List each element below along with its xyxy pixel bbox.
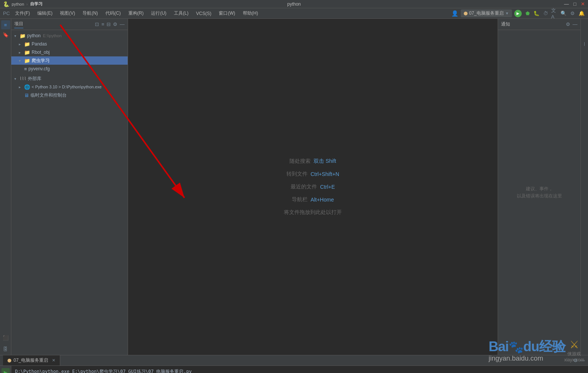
terminal-side-icon[interactable]: ⬛: [1, 333, 10, 342]
tree-label-pyvenv: pyvenv.cfg: [29, 66, 50, 71]
bottom-settings-icon[interactable]: ⚙: [573, 358, 578, 363]
close-button[interactable]: ✕: [581, 1, 585, 7]
bottom-minimize-icon[interactable]: —: [580, 358, 585, 363]
settings-icon[interactable]: ⚙: [569, 10, 576, 17]
tree-item-python-sdk[interactable]: ▸ 🌐 < Python 3.10 > D:\Python\python.exe: [11, 83, 128, 91]
run-config-selector[interactable]: 07_电脑服务重启 ▼: [461, 9, 512, 17]
sidebar: 项目 ⊡ ≡ ⊟ ⚙ — ▾ 📁 python E:\\python ▸ 📁: [11, 19, 128, 355]
tree-arrow-rbot: ▸: [19, 50, 24, 55]
tree-item-pandas[interactable]: ▸ 📁 Pandas: [11, 40, 128, 48]
search-toolbar-icon[interactable]: 🔍: [560, 10, 567, 17]
editor-area: 随处搜索 双击 Shift 转到文件 Ctrl+Shift+N 最近的文件 Ct…: [128, 19, 498, 355]
tree-label-crawler: 爬虫学习: [32, 58, 50, 64]
profile-icon[interactable]: ⏱: [542, 10, 549, 17]
breadcrumb-sep: ›: [26, 2, 28, 6]
project-icon[interactable]: ≡: [1, 20, 10, 29]
menu-vcs[interactable]: VCS(S): [194, 11, 214, 16]
toolbar-pc-icon: PC: [3, 11, 10, 16]
tree-item-pyvenv[interactable]: ▸ ≡ pyvenv.cfg: [11, 65, 128, 73]
menu-nav[interactable]: 导航(N): [80, 10, 100, 17]
hint-recent: 最近的文件 Ctrl+E: [291, 183, 335, 190]
run-button[interactable]: ▶: [514, 10, 522, 17]
tree-arrow-pandas: ▸: [19, 42, 24, 46]
translate-icon[interactable]: 文A: [551, 10, 558, 17]
tree-item-temp[interactable]: ▸ 🖥 临时文件和控制台: [11, 91, 128, 99]
database-icon[interactable]: 🗄: [1, 344, 10, 353]
sidebar-expand-icon[interactable]: ≡: [101, 21, 104, 27]
window-title: python: [287, 2, 301, 7]
minimize-button[interactable]: —: [564, 1, 569, 7]
run-play-icon[interactable]: ▶: [2, 368, 10, 373]
right-panel-minimize-icon[interactable]: —: [573, 21, 577, 27]
tree-label-pandas: Pandas: [32, 41, 47, 47]
sidebar-collapse-icon[interactable]: ⊟: [107, 21, 111, 27]
tree-item-root[interactable]: ▾ 📁 python E:\\python: [11, 32, 128, 40]
bookmark-icon[interactable]: 🔖: [1, 30, 10, 39]
tree-item-rbot[interactable]: ▸ 📁 Rbot_obj: [11, 48, 128, 56]
menu-tools[interactable]: 工具(L): [172, 10, 191, 17]
tree-arrow-root: ▾: [14, 34, 20, 38]
hint-navbar: 导航栏 Alt+Home: [292, 196, 334, 203]
menu-view[interactable]: 视图(V): [58, 10, 77, 17]
hint-search-label: 随处搜索: [289, 158, 311, 165]
tree-label-temp: 临时文件和控制台: [30, 92, 67, 99]
hint-navbar-shortcut[interactable]: Alt+Home: [311, 197, 334, 203]
user-icon[interactable]: 👤: [451, 10, 459, 17]
notifications-icon[interactable]: 🔔: [578, 10, 585, 17]
maximize-button[interactable]: □: [573, 1, 576, 7]
editor-content: 随处搜索 双击 Shift 转到文件 Ctrl+Shift+N 最近的文件 Ct…: [128, 19, 498, 355]
menu-window[interactable]: 窗口(W): [216, 10, 237, 17]
tree-arrow-external: ▾: [14, 77, 20, 81]
hint-drop: 将文件拖放到此处以打开: [284, 209, 342, 216]
right-edge-bar: |: [580, 19, 588, 355]
hint-recent-shortcut[interactable]: Ctrl+E: [320, 184, 335, 190]
tree-item-crawler[interactable]: ▾ 📁 爬虫学习: [11, 56, 128, 65]
hint-goto-label: 转到文件: [286, 171, 308, 177]
hint-navbar-label: 导航栏: [292, 196, 308, 203]
tree-arrow-sdk: ▸: [19, 85, 24, 89]
menu-refactor[interactable]: 重构(R): [126, 10, 146, 17]
folder-icon-crawler: 📁: [24, 58, 30, 64]
tree-arrow-crawler: ▾: [19, 59, 24, 63]
main-layout: ≡ 🔖 ⬛ 🗄 项目 ⊡ ≡ ⊟ ⚙ — ▾ 📁 python: [0, 19, 588, 355]
run-config-label: 07_电脑服务重启: [469, 10, 504, 17]
hint-recent-label: 最近的文件: [291, 183, 317, 190]
folder-icon-rbot: 📁: [24, 50, 30, 55]
bottom-panel-controls: ⚙ —: [573, 358, 585, 363]
right-panel-body: 建议、事件，以及错误将出现在这里: [498, 30, 580, 355]
tree-label-sdk: < Python 3.10 > D:\Python\python.exe: [32, 85, 102, 89]
tree-label-root: python: [27, 33, 41, 38]
run-tab-close[interactable]: ✕: [52, 358, 55, 363]
folder-icon-pandas: 📁: [24, 41, 30, 47]
hint-search-shortcut[interactable]: 双击 Shift: [314, 158, 336, 165]
app-title: python: [12, 2, 24, 6]
menu-help[interactable]: 帮助(H): [241, 10, 260, 17]
title-bar-left: 🐍 python › 自学习: [3, 1, 43, 7]
hint-goto: 转到文件 Ctrl+Shift+N: [286, 171, 339, 177]
hint-goto-shortcut[interactable]: Ctrl+Shift+N: [311, 171, 339, 177]
run-tab[interactable]: 07_电脑服务重启 ✕: [3, 355, 60, 365]
sidebar-align-icon[interactable]: ⊡: [95, 21, 99, 27]
menu-code[interactable]: 代码(C): [103, 10, 123, 17]
title-controls: — □ ✕: [564, 1, 585, 7]
right-panel-hint: 建议、事件，以及错误将出现在这里: [517, 185, 562, 200]
bottom-panel-header: 07_电脑服务重启 ✕ ⚙ —: [0, 355, 588, 366]
coverage-icon[interactable]: ⬟: [524, 10, 531, 17]
title-bar: 🐍 python › 自学习 python — □ ✕: [0, 0, 588, 8]
menu-run[interactable]: 运行(U): [149, 10, 169, 17]
folder-icon-root: 📁: [20, 33, 26, 39]
sidebar-settings-icon[interactable]: ⚙: [113, 21, 117, 27]
menu-edit[interactable]: 编辑(E): [35, 10, 55, 17]
terminal-line-1: D:\Python\python.exe E:\python\爬虫学习\07_G…: [15, 368, 584, 373]
sidebar-hide-icon[interactable]: —: [120, 21, 125, 27]
left-icon-bar: ≡ 🔖 ⬛ 🗄: [0, 19, 11, 355]
tree-item-external[interactable]: ▾ ⌇⌇⌇ 外部库: [11, 74, 128, 83]
right-panel-settings-icon[interactable]: ⚙: [566, 21, 570, 27]
bottom-panel-content: ▶ 🔧 ☰ ↕ 🖨 🗑 D:\Python\python.exe E:\pyth…: [0, 366, 588, 373]
hint-drop-label: 将文件拖放到此处以打开: [284, 209, 342, 216]
menu-file[interactable]: 文件(F): [13, 10, 32, 17]
sidebar-tab-project[interactable]: 项目: [14, 21, 23, 28]
right-panel: 通知 ⚙ — 建议、事件，以及错误将出现在这里: [498, 19, 580, 355]
bottom-left-icons: ▶ 🔧 ☰ ↕ 🖨 🗑: [0, 366, 11, 373]
debug-icon[interactable]: 🐛: [533, 10, 540, 17]
